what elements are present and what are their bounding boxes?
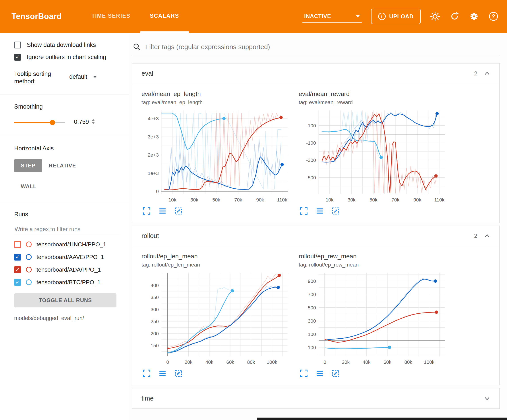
- expand-chart-icon[interactable]: [142, 207, 151, 215]
- line-chart[interactable]: 10k30k50k70k90k110k01e+32e+33e+34e+3: [140, 107, 291, 205]
- svg-text:100: 100: [308, 123, 316, 129]
- sidebar-checkbox[interactable]: ✓: [14, 54, 21, 61]
- tooltip-sorting-row: Tooltip sorting method: default: [14, 70, 120, 85]
- refresh-icon[interactable]: [450, 11, 460, 21]
- svg-text:50k: 50k: [370, 197, 378, 203]
- svg-text:20k: 20k: [342, 359, 350, 365]
- run-label: tensorboard/1INCH/PPO_1: [36, 241, 106, 248]
- section-count: 2: [474, 233, 477, 239]
- smoothing-slider[interactable]: [14, 119, 65, 126]
- expand-chart-icon[interactable]: [300, 369, 308, 378]
- run-row: tensorboard/1INCH/PPO_1: [14, 241, 120, 248]
- section-title: eval: [141, 70, 153, 77]
- tab-time-series[interactable]: TIME SERIES: [82, 0, 140, 33]
- chart-runs-menu-icon[interactable]: [316, 207, 324, 215]
- svg-text:2e+3: 2e+3: [148, 152, 159, 158]
- svg-text:700: 700: [308, 292, 316, 297]
- run-label: tensorboard/BTC/PPO_1: [36, 279, 100, 286]
- tag-filter-input[interactable]: [145, 43, 499, 51]
- svg-text:70k: 70k: [391, 197, 399, 203]
- line-chart[interactable]: 020k40k60k80k100k-100100300500700900: [297, 270, 448, 367]
- sidebar-checkbox[interactable]: [14, 41, 21, 48]
- tab-scalars[interactable]: SCALARS: [140, 0, 189, 33]
- help-icon[interactable]: ?: [488, 11, 499, 21]
- fit-domain-icon[interactable]: [331, 207, 340, 215]
- chart-toolbar: [142, 207, 297, 215]
- chart-runs-menu-icon[interactable]: [316, 369, 324, 378]
- tooltip-sorting-dropdown[interactable]: default: [68, 72, 98, 82]
- axis-option[interactable]: RELATIVE: [42, 159, 83, 172]
- section-header-rollout[interactable]: rollout 2: [132, 226, 500, 246]
- smoothing-slider-thumb[interactable]: [50, 120, 55, 125]
- run-color-circle: [26, 267, 32, 272]
- svg-text:110k: 110k: [434, 197, 444, 203]
- fit-domain-icon[interactable]: [174, 369, 183, 378]
- header-actions: INACTIVE i UPLOAD: [303, 0, 499, 33]
- checkbox-label: Ignore outliers in chart scaling: [27, 54, 106, 61]
- chart-tag: tag: rollout/ep_rew_mean: [299, 262, 455, 268]
- section-header-time[interactable]: time: [132, 388, 500, 408]
- svg-text:70k: 70k: [234, 197, 242, 203]
- svg-text:-500: -500: [306, 175, 316, 180]
- chart-title: rollout/ep_len_mean: [141, 253, 297, 260]
- info-icon: i: [378, 13, 386, 20]
- expand-chart-icon[interactable]: [300, 207, 308, 215]
- runs-filter-input[interactable]: [14, 224, 120, 235]
- stepper-arrows[interactable]: [92, 119, 95, 124]
- smoothing-label: Smoothing: [14, 103, 120, 110]
- svg-text:300: 300: [308, 318, 316, 324]
- run-label: tensorboard/ADA/PPO_1: [36, 266, 101, 273]
- svg-text:150: 150: [151, 343, 159, 348]
- chart-runs-menu-icon[interactable]: [158, 207, 167, 215]
- svg-text:0: 0: [324, 359, 326, 365]
- show-download-links-row: Show data download links: [14, 41, 120, 48]
- svg-text:90k: 90k: [256, 197, 264, 203]
- svg-text:-100: -100: [306, 345, 316, 350]
- run-row: ✓ tensorboard/ADA/PPO_1: [14, 266, 120, 273]
- chevron-up-icon[interactable]: [484, 233, 490, 239]
- smoothing-value-input[interactable]: 0.759: [73, 118, 95, 127]
- section-header-eval[interactable]: eval 2: [132, 63, 500, 84]
- reload-status-dropdown[interactable]: INACTIVE: [303, 10, 362, 23]
- divider: [0, 136, 129, 136]
- chevron-down-icon: [356, 15, 360, 17]
- line-chart[interactable]: 10k30k50k70k90k110k100-100-300-500: [297, 107, 448, 205]
- svg-text:4e+3: 4e+3: [148, 116, 159, 121]
- run-color-circle: [26, 241, 32, 247]
- fit-domain-icon[interactable]: [331, 369, 340, 378]
- fit-domain-icon[interactable]: [174, 207, 183, 215]
- expand-chart-icon[interactable]: [142, 369, 151, 378]
- chart-tag: tag: eval/mean_reward: [299, 99, 455, 105]
- chevron-down-icon[interactable]: [484, 395, 490, 401]
- run-checkbox[interactable]: [14, 241, 21, 248]
- runs-directory-path: models/debugged_eval_run/: [14, 315, 120, 321]
- chart-title: eval/mean_ep_length: [141, 90, 297, 97]
- chevron-up-icon[interactable]: [484, 70, 490, 77]
- upload-label: UPLOAD: [389, 13, 414, 20]
- svg-text:40k: 40k: [205, 359, 213, 365]
- settings-gear-icon[interactable]: [469, 11, 479, 21]
- run-checkbox[interactable]: ✓: [14, 266, 21, 273]
- chart-toolbar: [142, 369, 297, 378]
- svg-text:100k: 100k: [424, 359, 435, 365]
- svg-text:500: 500: [308, 305, 316, 310]
- section-title: rollout: [141, 232, 159, 240]
- section-title: time: [141, 395, 154, 402]
- svg-text:300: 300: [151, 307, 159, 312]
- line-chart[interactable]: 020k40k60k80k100k150200250300350400: [140, 270, 291, 367]
- svg-text:1e+3: 1e+3: [148, 171, 159, 176]
- chart-runs-menu-icon[interactable]: [158, 369, 167, 378]
- run-checkbox[interactable]: ✓: [14, 279, 21, 286]
- upload-button[interactable]: i UPLOAD: [371, 9, 421, 24]
- brightness-icon[interactable]: [430, 11, 440, 21]
- run-checkbox[interactable]: ✓: [14, 254, 21, 261]
- checkbox-label: Show data download links: [27, 41, 96, 48]
- tag-filter-row: [132, 41, 500, 55]
- run-row: ✓ tensorboard/BTC/PPO_1: [14, 279, 120, 286]
- axis-option[interactable]: WALL: [14, 180, 43, 193]
- axis-option[interactable]: STEP: [14, 159, 42, 172]
- svg-text:80k: 80k: [404, 359, 412, 365]
- charts-row: rollout/ep_len_mean tag: rollout/ep_len_…: [132, 246, 500, 385]
- chart-tag: tag: eval/mean_ep_length: [141, 99, 297, 105]
- toggle-all-runs-button[interactable]: TOGGLE ALL RUNS: [14, 293, 116, 307]
